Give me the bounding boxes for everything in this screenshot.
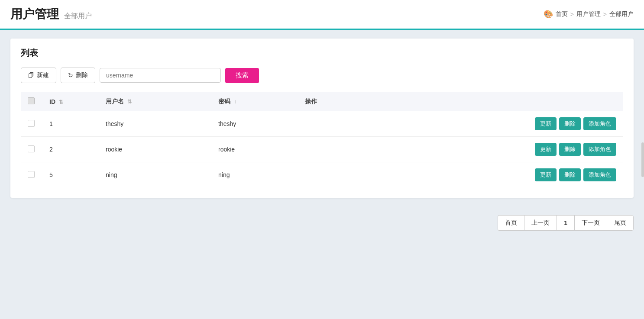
pagination-current: 1 bbox=[557, 215, 574, 231]
header-left: 用户管理 全部用户 bbox=[10, 6, 92, 23]
row-actions-0: 更新 删除 添加角色 bbox=[298, 111, 623, 137]
th-id: ID ⇅ bbox=[42, 92, 99, 111]
breadcrumb-all-users: 全部用户 bbox=[609, 10, 634, 18]
row-actions-2: 更新 删除 添加角色 bbox=[298, 162, 623, 188]
row-checkbox-1[interactable] bbox=[28, 145, 35, 152]
th-password: 密码 ↑ bbox=[211, 92, 298, 111]
row-delete-button-1[interactable]: 删除 bbox=[559, 143, 581, 156]
row-username-2: ning bbox=[99, 162, 211, 188]
row-checkbox-cell bbox=[21, 111, 42, 137]
search-input[interactable] bbox=[100, 68, 221, 83]
pagination-next[interactable]: 下一页 bbox=[574, 215, 607, 231]
row-id-2: 5 bbox=[42, 162, 99, 188]
update-button-1[interactable]: 更新 bbox=[535, 143, 557, 156]
row-id-1: 2 bbox=[42, 137, 99, 162]
search-button[interactable]: 搜索 bbox=[225, 68, 259, 83]
breadcrumb-sep-1: > bbox=[570, 11, 574, 18]
page-title: 用户管理 bbox=[10, 6, 59, 23]
update-button-0[interactable]: 更新 bbox=[535, 117, 557, 130]
th-username: 用户名 ⇅ bbox=[99, 92, 211, 111]
pagination-prev[interactable]: 上一页 bbox=[524, 215, 557, 231]
new-button-label: 新建 bbox=[37, 71, 49, 79]
scrollbar[interactable] bbox=[641, 142, 644, 177]
data-table: ID ⇅ 用户名 ⇅ 密码 ↑ 操作 bbox=[21, 92, 623, 187]
add-role-button-2[interactable]: 添加角色 bbox=[583, 168, 616, 181]
table-row: 2 rookie rookie 更新 删除 添加角色 bbox=[21, 137, 623, 162]
delete-button-label: 删除 bbox=[76, 71, 88, 79]
breadcrumb: 🎨 首页 > 用户管理 > 全部用户 bbox=[544, 10, 634, 19]
th-username-label: 用户名 bbox=[106, 98, 124, 105]
row-checkbox-2[interactable] bbox=[28, 171, 35, 178]
page-header: 用户管理 全部用户 🎨 首页 > 用户管理 > 全部用户 bbox=[0, 0, 644, 30]
table-body: 1 theshy theshy 更新 删除 添加角色 2 rookie rook… bbox=[21, 111, 623, 188]
palette-icon: 🎨 bbox=[544, 10, 553, 19]
delete-button[interactable]: ↻ 删除 bbox=[61, 68, 95, 83]
add-role-button-0[interactable]: 添加角色 bbox=[583, 117, 616, 130]
row-delete-button-2[interactable]: 删除 bbox=[559, 168, 581, 181]
table-header-row: ID ⇅ 用户名 ⇅ 密码 ↑ 操作 bbox=[21, 92, 623, 111]
row-username-1: rookie bbox=[99, 137, 211, 162]
id-sort-icon[interactable]: ⇅ bbox=[59, 99, 63, 105]
add-role-button-1[interactable]: 添加角色 bbox=[583, 143, 616, 156]
toolbar: 🗍 新建 ↻ 删除 搜索 bbox=[21, 68, 623, 83]
row-id-0: 1 bbox=[42, 111, 99, 137]
card-title: 列表 bbox=[21, 47, 623, 59]
table-row: 1 theshy theshy 更新 删除 添加角色 bbox=[21, 111, 623, 137]
row-password-0: theshy bbox=[211, 111, 298, 137]
row-password-1: rookie bbox=[211, 137, 298, 162]
update-button-2[interactable]: 更新 bbox=[535, 168, 557, 181]
th-password-label: 密码 bbox=[218, 98, 230, 105]
th-checkbox bbox=[21, 92, 42, 111]
search-button-label: 搜索 bbox=[236, 71, 249, 79]
row-checkbox-cell bbox=[21, 162, 42, 188]
password-sort-icon[interactable]: ↑ bbox=[234, 99, 236, 105]
pagination: 首页 上一页 1 下一页 尾页 bbox=[0, 206, 644, 239]
username-sort-icon[interactable]: ⇅ bbox=[127, 99, 132, 105]
new-icon: 🗍 bbox=[28, 72, 34, 79]
row-actions-1: 更新 删除 添加角色 bbox=[298, 137, 623, 162]
row-checkbox-cell bbox=[21, 137, 42, 162]
list-card: 列表 🗍 新建 ↻ 删除 搜索 bbox=[10, 39, 634, 198]
row-username-0: theshy bbox=[99, 111, 211, 137]
refresh-icon: ↻ bbox=[68, 72, 73, 79]
header-checkbox[interactable] bbox=[28, 97, 35, 104]
row-checkbox-0[interactable] bbox=[28, 120, 35, 127]
breadcrumb-home[interactable]: 首页 bbox=[556, 10, 568, 18]
row-password-2: ning bbox=[211, 162, 298, 188]
pagination-last[interactable]: 尾页 bbox=[607, 215, 634, 231]
pagination-first[interactable]: 首页 bbox=[498, 215, 524, 231]
th-action-label: 操作 bbox=[305, 98, 317, 105]
breadcrumb-user-mgmt[interactable]: 用户管理 bbox=[576, 10, 601, 18]
main-content: 列表 🗍 新建 ↻ 删除 搜索 bbox=[0, 30, 644, 206]
table-row: 5 ning ning 更新 删除 添加角色 bbox=[21, 162, 623, 188]
row-delete-button-0[interactable]: 删除 bbox=[559, 117, 581, 130]
table-header: ID ⇅ 用户名 ⇅ 密码 ↑ 操作 bbox=[21, 92, 623, 111]
breadcrumb-sep-2: > bbox=[603, 11, 607, 18]
new-button[interactable]: 🗍 新建 bbox=[21, 68, 56, 83]
th-id-label: ID bbox=[49, 98, 55, 105]
th-action: 操作 bbox=[298, 92, 623, 111]
page-subtitle: 全部用户 bbox=[64, 12, 92, 21]
